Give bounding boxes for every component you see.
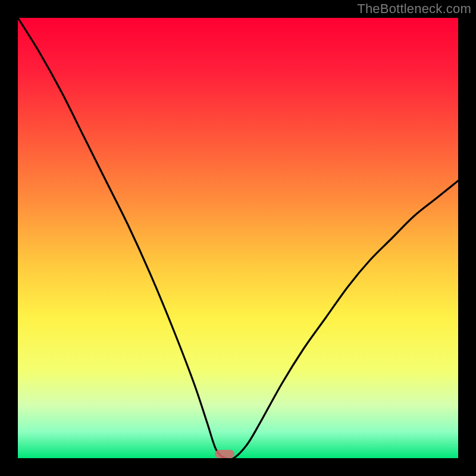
watermark-text: TheBottleneck.com (357, 1, 471, 17)
optimal-marker (215, 450, 234, 458)
plot-area (18, 18, 458, 458)
bottleneck-curve (18, 18, 458, 458)
chart-frame: TheBottleneck.com (0, 0, 476, 476)
